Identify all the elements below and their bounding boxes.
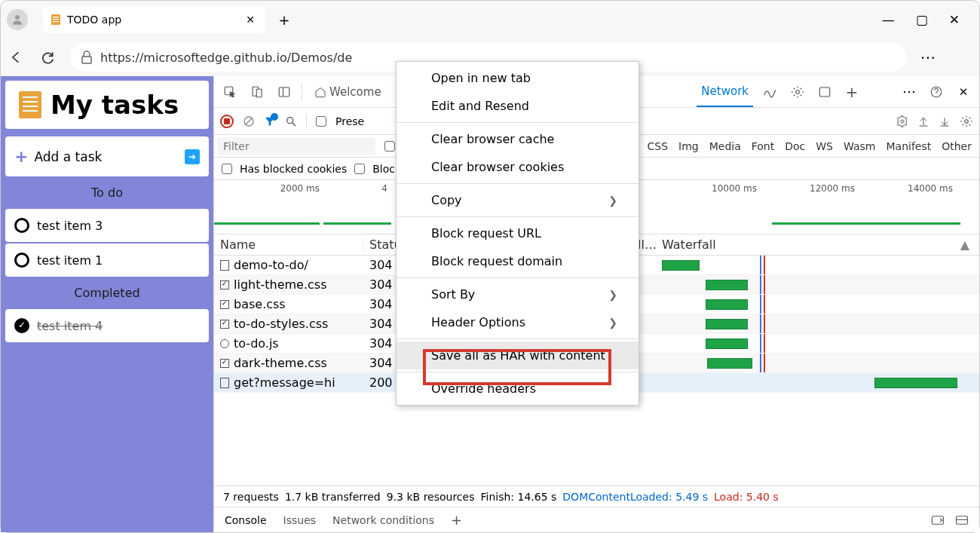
drawer-tabs: Console Issues Network conditions + bbox=[214, 507, 979, 532]
filter-doc[interactable]: Doc bbox=[785, 140, 805, 152]
drawer-icon[interactable] bbox=[931, 515, 945, 525]
add-tab-button[interactable]: + bbox=[842, 82, 862, 102]
submit-icon[interactable]: ➔ bbox=[185, 149, 200, 164]
tab-welcome[interactable]: Welcome bbox=[310, 78, 386, 106]
context-menu-item[interactable]: Save all as HAR with content bbox=[397, 342, 639, 369]
network-status-bar: 7 requests 1.7 kB transferred 9.3 kB res… bbox=[214, 486, 979, 507]
task-text: test item 1 bbox=[37, 253, 103, 268]
drawer-console[interactable]: Console bbox=[225, 514, 267, 526]
panel-icon[interactable] bbox=[815, 82, 835, 102]
record-button[interactable] bbox=[220, 115, 234, 128]
browser-menu-button[interactable]: ⋯ bbox=[920, 48, 936, 66]
performance-icon[interactable] bbox=[761, 82, 780, 102]
drawer-issues[interactable]: Issues bbox=[283, 514, 317, 526]
svg-rect-2 bbox=[53, 17, 59, 17]
svg-rect-21 bbox=[957, 516, 968, 524]
help-icon[interactable] bbox=[926, 82, 946, 102]
new-tab-button[interactable]: + bbox=[271, 7, 297, 32]
col-waterfall[interactable]: Waterfall▲ bbox=[656, 237, 979, 252]
status-transferred: 1.7 kB transferred bbox=[285, 491, 381, 503]
window-controls: — ▢ ✕ bbox=[882, 12, 973, 27]
context-menu-item[interactable]: Clear browser cookies bbox=[397, 153, 639, 181]
svg-point-16 bbox=[287, 117, 293, 123]
context-menu-item[interactable]: Header Options❯ bbox=[397, 308, 639, 336]
back-button[interactable] bbox=[7, 48, 25, 66]
task-radio-icon[interactable] bbox=[14, 253, 29, 268]
settings-wrench-icon[interactable] bbox=[896, 115, 908, 127]
titlebar: TODO app ✕ + — ▢ ✕ bbox=[1, 1, 979, 38]
col-name[interactable]: Name bbox=[214, 237, 363, 252]
svg-rect-12 bbox=[819, 87, 830, 96]
close-window-button[interactable]: ✕ bbox=[949, 12, 960, 27]
blocked-requests-checkbox[interactable] bbox=[354, 164, 365, 174]
context-menu-item[interactable]: Block request URL bbox=[397, 219, 639, 247]
inspect-icon[interactable] bbox=[220, 82, 240, 102]
todo-app: My tasks + Add a task ➔ To do test item … bbox=[1, 76, 213, 532]
filter-css[interactable]: CSS bbox=[647, 140, 668, 152]
invert-checkbox[interactable] bbox=[384, 141, 395, 152]
svg-rect-8 bbox=[256, 89, 262, 97]
svg-rect-4 bbox=[53, 21, 59, 22]
drawer-network-conditions[interactable]: Network conditions bbox=[332, 514, 434, 526]
task-radio-icon[interactable] bbox=[14, 218, 29, 233]
preserve-log-checkbox[interactable] bbox=[316, 116, 326, 127]
context-menu-item[interactable]: Block request domain bbox=[397, 247, 639, 275]
context-menu-item[interactable]: Copy❯ bbox=[397, 186, 639, 214]
document-icon bbox=[220, 378, 229, 388]
tab-title: TODO app bbox=[67, 14, 121, 26]
dock-icon[interactable] bbox=[274, 82, 294, 102]
drawer-expand-icon[interactable] bbox=[955, 515, 969, 525]
stylesheet-icon bbox=[220, 320, 229, 329]
search-icon[interactable] bbox=[285, 115, 297, 127]
status-load: Load: 5.40 s bbox=[714, 491, 779, 503]
maximize-button[interactable]: ▢ bbox=[916, 12, 928, 27]
more-icon[interactable]: ⋯ bbox=[899, 82, 919, 102]
filter-input[interactable] bbox=[217, 137, 375, 155]
task-item[interactable]: test item 3 bbox=[5, 209, 209, 242]
filter-media[interactable]: Media bbox=[709, 140, 741, 152]
filter-toggle-icon[interactable] bbox=[264, 115, 276, 127]
minimize-button[interactable]: — bbox=[882, 12, 895, 27]
app-title: My tasks bbox=[51, 90, 179, 120]
has-blocked-cookies-label: Has blocked cookies bbox=[240, 163, 347, 175]
plus-icon: + bbox=[14, 147, 28, 166]
has-blocked-cookies-checkbox[interactable] bbox=[222, 164, 232, 174]
tab-close-button[interactable]: ✕ bbox=[243, 12, 258, 27]
context-menu-item[interactable]: Sort By❯ bbox=[397, 280, 639, 308]
tick: 4 bbox=[320, 183, 387, 194]
network-settings-icon[interactable] bbox=[960, 115, 973, 128]
context-menu-item[interactable]: Clear browser cache bbox=[397, 125, 639, 153]
download-icon[interactable] bbox=[939, 115, 951, 127]
tab-network[interactable]: Network bbox=[697, 77, 753, 107]
context-menu-item[interactable]: Open in new tab bbox=[397, 64, 639, 92]
stylesheet-icon bbox=[220, 280, 229, 289]
filter-manifest[interactable]: Manifest bbox=[886, 140, 931, 152]
tick: 10000 ms bbox=[685, 183, 783, 194]
clear-icon[interactable] bbox=[243, 115, 255, 127]
filter-font[interactable]: Font bbox=[752, 140, 774, 152]
profile-avatar[interactable] bbox=[7, 9, 28, 30]
stylesheet-icon bbox=[220, 359, 229, 368]
upload-icon[interactable] bbox=[917, 115, 929, 127]
task-done-icon[interactable] bbox=[14, 318, 29, 333]
task-item[interactable]: test item 1 bbox=[5, 244, 209, 277]
refresh-button[interactable] bbox=[38, 48, 57, 66]
tick: 2000 ms bbox=[214, 183, 320, 194]
gear-icon[interactable] bbox=[788, 82, 807, 102]
filter-img[interactable]: Img bbox=[678, 140, 699, 152]
browser-tab[interactable]: TODO app ✕ bbox=[43, 6, 265, 33]
clipboard-icon bbox=[19, 91, 41, 118]
device-icon[interactable] bbox=[247, 82, 267, 102]
context-menu: Open in new tabEdit and ResendClear brow… bbox=[396, 61, 639, 406]
context-menu-item[interactable]: Edit and Resend bbox=[397, 92, 639, 120]
filter-wasm[interactable]: Wasm bbox=[844, 140, 875, 152]
add-task-button[interactable]: + Add a task ➔ bbox=[5, 136, 209, 176]
close-devtools-button[interactable]: ✕ bbox=[954, 82, 973, 102]
context-menu-item[interactable]: Override headers bbox=[397, 375, 639, 403]
svg-point-18 bbox=[901, 120, 904, 123]
filter-other[interactable]: Other bbox=[942, 140, 972, 152]
page-icon bbox=[51, 14, 61, 26]
filter-ws[interactable]: WS bbox=[816, 140, 833, 152]
task-item-completed[interactable]: test item 4 bbox=[5, 309, 209, 342]
drawer-add-button[interactable]: + bbox=[451, 512, 462, 528]
